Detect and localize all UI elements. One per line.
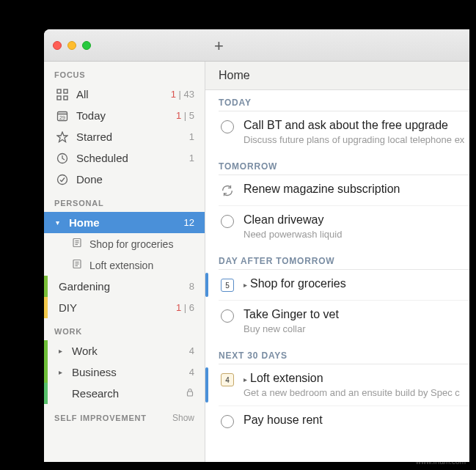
task-row[interactable]: Take Ginger to vet Buy new collar — [219, 301, 469, 342]
close-button[interactable] — [53, 41, 62, 50]
section-label-personal: PERSONAL — [44, 190, 205, 212]
sidebar-count: 1 | 43 — [171, 89, 194, 100]
disclosure-right-icon: ▸ — [59, 368, 65, 376]
project-badge[interactable]: 4 — [220, 372, 235, 387]
sidebar-item-label: Home — [69, 216, 177, 229]
task-title: Renew magazine subscription — [244, 183, 466, 196]
titlebar: + — [44, 29, 469, 62]
note-icon — [72, 259, 84, 271]
app-window: + FOCUS All 1 | 43 29 Today 1 | 5 — [44, 29, 469, 462]
group-today: TODAY Call BT and ask about the free upg… — [205, 90, 469, 154]
sidebar-item-research[interactable]: Research — [44, 383, 205, 404]
task-checkbox[interactable] — [220, 120, 235, 134]
svg-text:29: 29 — [59, 114, 65, 120]
section-label-focus: FOCUS — [44, 62, 205, 84]
app-body: FOCUS All 1 | 43 29 Today 1 | 5 Star — [44, 62, 469, 462]
watermark: www.frfam.com — [416, 458, 466, 466]
task-title: ▸Shop for groceries — [244, 277, 466, 290]
task-title: Call BT and ask about the free upgrade — [244, 119, 466, 132]
task-row[interactable]: Clean driveway Need powerwash liquid — [219, 206, 469, 247]
sidebar-item-label: Starred — [76, 131, 182, 143]
sidebar-item-label: Research — [72, 387, 178, 400]
task-note: Buy new collar — [244, 323, 466, 334]
sidebar-subitem-loft-extension[interactable]: Loft extension — [44, 254, 205, 276]
sidebar-item-diy[interactable]: DIY 1 | 6 — [44, 297, 205, 318]
svg-rect-3 — [64, 96, 67, 100]
svg-rect-0 — [57, 89, 61, 93]
disclosure-right-icon: ▸ — [59, 347, 65, 355]
group-day-after: DAY AFTER TOMORROW 5 ▸Shop for groceries… — [205, 249, 469, 343]
sidebar-item-label: Business — [72, 366, 182, 378]
calendar-icon: 29 — [56, 110, 69, 122]
clock-icon — [56, 153, 69, 164]
sidebar-item-business[interactable]: ▸ Business 4 — [44, 361, 205, 383]
task-note: Discuss future plans of upgrading local … — [244, 134, 466, 145]
group-next30: NEXT 30 DAYS 4 ▸Loft extension Get a new… — [205, 343, 469, 438]
sidebar-item-scheduled[interactable]: Scheduled 1 — [44, 147, 205, 169]
sidebar-item-label: Gardening — [59, 280, 182, 293]
svg-point-9 — [58, 175, 67, 184]
sidebar-item-gardening[interactable]: Gardening 8 — [44, 276, 205, 297]
group-label: TOMORROW — [219, 161, 469, 175]
window-controls — [53, 41, 91, 50]
color-bar — [44, 340, 48, 361]
sidebar-item-work[interactable]: ▸ Work 4 — [44, 340, 205, 361]
task-checkbox[interactable] — [220, 309, 235, 323]
sidebar-item-done[interactable]: Done — [44, 169, 205, 190]
color-bar — [44, 383, 48, 404]
sidebar-item-home[interactable]: ▾ Home 12 — [44, 212, 205, 233]
sidebar-item-starred[interactable]: Starred 1 — [44, 126, 205, 147]
note-icon — [72, 238, 84, 250]
repeat-icon[interactable] — [220, 183, 235, 198]
sidebar-count: 4 — [189, 345, 194, 356]
task-title: ▸Loft extension — [244, 372, 466, 385]
svg-rect-2 — [57, 96, 61, 100]
task-title: Take Ginger to vet — [244, 308, 466, 321]
sidebar-item-label: Loft extension — [89, 260, 153, 271]
sidebar-item-all[interactable]: All 1 | 43 — [44, 84, 205, 105]
task-row[interactable]: Renew magazine subscription — [219, 175, 469, 206]
sidebar-count: 1 | 6 — [176, 302, 194, 313]
section-label-self-improvement[interactable]: SELF IMPROVEMENT Show — [44, 404, 205, 427]
check-circle-icon — [56, 174, 69, 186]
group-label: NEXT 30 DAYS — [219, 350, 469, 364]
minimize-button[interactable] — [67, 41, 76, 50]
task-checkbox[interactable] — [220, 214, 235, 229]
sidebar-subitem-shop-groceries[interactable]: Shop for groceries — [44, 233, 205, 254]
sidebar-item-today[interactable]: 29 Today 1 | 5 — [44, 105, 205, 126]
task-note: Get a new bedroom and an ensuite build b… — [244, 387, 466, 398]
sidebar-item-label: DIY — [59, 301, 169, 314]
add-task-button[interactable]: + — [214, 37, 224, 56]
sidebar-count: 4 — [189, 367, 194, 378]
zoom-button[interactable] — [82, 41, 91, 50]
disclosure-down-icon: ▾ — [56, 219, 62, 227]
svg-rect-18 — [188, 392, 193, 396]
star-icon — [56, 131, 69, 143]
task-row[interactable]: 4 ▸Loft extension Get a new bedroom and … — [219, 364, 469, 406]
task-title: Pay house rent — [244, 414, 466, 427]
color-bar — [44, 297, 48, 318]
sidebar-item-label: Scheduled — [76, 152, 182, 164]
main-panel: Home TODAY Call BT and ask about the fre… — [205, 62, 469, 462]
task-row[interactable]: Pay house rent — [219, 406, 469, 436]
sidebar-count: 1 | 5 — [176, 110, 194, 121]
task-row[interactable]: Call BT and ask about the free upgrade D… — [219, 111, 469, 153]
sidebar: FOCUS All 1 | 43 29 Today 1 | 5 Star — [44, 62, 205, 462]
sidebar-item-label: Work — [72, 345, 182, 357]
sidebar-count: 1 — [189, 131, 194, 142]
task-row[interactable]: 5 ▸Shop for groceries — [219, 270, 469, 301]
task-checkbox[interactable] — [220, 414, 235, 429]
disclosure-right-icon: ▸ — [244, 281, 247, 289]
sidebar-item-label: All — [76, 88, 164, 100]
project-badge[interactable]: 5 — [220, 278, 235, 293]
svg-marker-7 — [57, 132, 67, 142]
group-tomorrow: TOMORROW Renew magazine subscription Cle… — [205, 154, 469, 249]
grid-icon — [56, 89, 69, 100]
task-note: Need powerwash liquid — [244, 229, 466, 240]
svg-rect-1 — [64, 89, 67, 93]
sidebar-count: 8 — [189, 281, 194, 292]
sidebar-item-label: Done — [76, 173, 194, 186]
sidebar-item-label: Shop for groceries — [89, 238, 173, 250]
disclosure-right-icon: ▸ — [244, 375, 247, 383]
show-link[interactable]: Show — [172, 413, 194, 423]
